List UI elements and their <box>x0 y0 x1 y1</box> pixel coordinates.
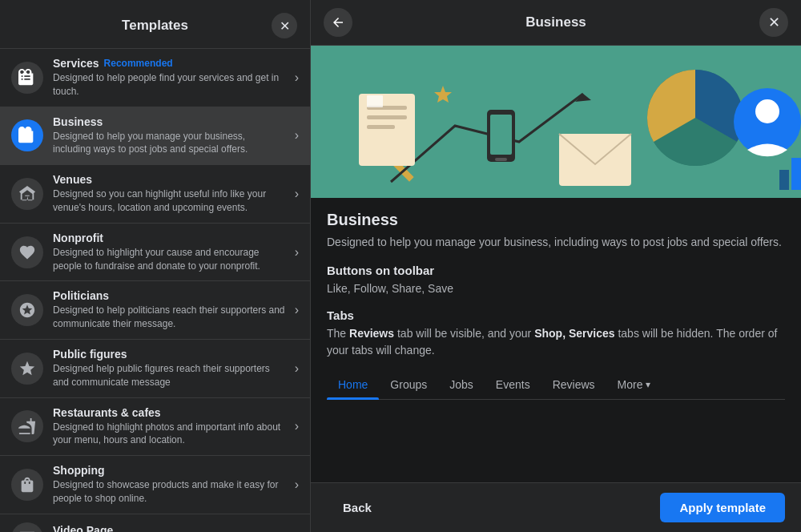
restaurants-desc: Designed to highlight photos and importa… <box>53 421 285 448</box>
business-name: Business <box>53 115 285 128</box>
back-button[interactable]: Back <box>327 494 388 521</box>
apply-template-button[interactable]: Apply template <box>660 493 785 522</box>
template-item-restaurants[interactable]: Restaurants & cafes Designed to highligh… <box>0 398 310 457</box>
restaurants-info: Restaurants & cafes Designed to highligh… <box>53 406 285 448</box>
template-item-venues[interactable]: Venues Designed so you can highlight use… <box>0 165 310 224</box>
venues-info: Venues Designed so you can highlight use… <box>53 173 285 215</box>
services-info: Services Recommended Designed to help pe… <box>53 57 285 99</box>
template-list: Services Recommended Designed to help pe… <box>0 49 310 532</box>
tab-jobs[interactable]: Jobs <box>438 370 485 399</box>
public-figures-name: Public figures <box>53 348 285 361</box>
restaurants-name: Restaurants & cafes <box>53 406 285 419</box>
politicians-info: Politicians Designed to help politicians… <box>53 289 285 331</box>
venues-desc: Designed so you can highlight useful inf… <box>53 187 285 215</box>
content-desc: Designed to help you manage your busines… <box>327 234 785 251</box>
svg-rect-14 <box>495 158 507 161</box>
chevron-right-icon: › <box>295 303 299 317</box>
svg-rect-11 <box>559 134 631 186</box>
svg-rect-15 <box>779 170 789 190</box>
svg-rect-10 <box>367 95 383 107</box>
right-footer: Back Apply template <box>311 482 801 532</box>
reviews-bold: Reviews <box>349 327 394 340</box>
nonprofit-info: Nonprofit Designed to highlight your cau… <box>53 232 285 273</box>
template-item-business[interactable]: Business Designed to help you manage you… <box>0 107 310 166</box>
svg-point-3 <box>755 99 779 123</box>
tab-home[interactable]: Home <box>327 370 379 399</box>
chevron-right-icon: › <box>295 187 299 201</box>
public-figures-info: Public figures Designed help public figu… <box>53 348 285 389</box>
shopping-name: Shopping <box>53 464 285 477</box>
nonprofit-desc: Designed to highlight your cause and enc… <box>53 246 285 273</box>
tabs-navigation: Home Groups Jobs Events Reviews More ▾ <box>327 370 785 400</box>
shopping-info: Shopping Designed to showcase products a… <box>53 464 285 506</box>
template-item-shopping[interactable]: Shopping Designed to showcase products a… <box>0 456 310 514</box>
back-navigation-button[interactable] <box>324 8 352 37</box>
public-figures-desc: Designed help public figures reach their… <box>53 362 285 389</box>
svg-rect-9 <box>367 125 395 129</box>
chevron-right-icon: › <box>295 419 299 433</box>
template-item-services[interactable]: Services Recommended Designed to help pe… <box>0 49 310 107</box>
chevron-right-icon: › <box>295 361 299 376</box>
chevron-right-icon: › <box>295 128 299 143</box>
business-desc: Designed to help you manage your busines… <box>53 130 285 157</box>
video-info: Video Page Designed to showcase video co… <box>53 524 285 532</box>
template-item-public-figures[interactable]: Public figures Designed help public figu… <box>0 340 310 398</box>
svg-rect-13 <box>490 115 512 155</box>
tab-reviews[interactable]: Reviews <box>541 370 606 399</box>
svg-rect-16 <box>791 158 801 190</box>
template-item-politicians[interactable]: Politicians Designed to help politicians… <box>0 281 310 340</box>
right-close-button[interactable]: ✕ <box>759 8 788 37</box>
video-icon <box>11 522 43 532</box>
chevron-right-icon: › <box>295 478 299 492</box>
shopping-desc: Designed to showcase products and make i… <box>53 478 285 506</box>
services-icon <box>11 62 43 94</box>
politicians-name: Politicians <box>53 289 285 302</box>
hero-illustration <box>311 46 801 198</box>
politicians-desc: Designed to help politicians reach their… <box>53 304 285 331</box>
shop-services-bold: Shop, Services <box>534 327 614 340</box>
svg-rect-8 <box>367 115 407 119</box>
left-panel-title: Templates <box>38 18 272 34</box>
content-title: Business <box>327 211 785 229</box>
left-header: Templates ✕ <box>0 0 310 49</box>
tabs-heading: Tabs <box>327 308 785 322</box>
video-name: Video Page <box>53 524 285 532</box>
restaurants-icon <box>11 410 43 442</box>
buttons-text: Like, Follow, Share, Save <box>327 280 785 297</box>
recommended-badge: Recommended <box>104 58 173 69</box>
business-info: Business Designed to help you manage you… <box>53 115 285 157</box>
buttons-heading: Buttons on toolbar <box>327 264 785 277</box>
tab-more[interactable]: More ▾ <box>606 370 662 399</box>
chevron-right-icon: › <box>295 71 299 85</box>
template-item-video[interactable]: Video Page Designed to showcase video co… <box>0 514 310 532</box>
template-item-nonprofit[interactable]: Nonprofit Designed to highlight your cau… <box>0 224 310 282</box>
politicians-icon <box>11 294 43 326</box>
business-icon <box>11 119 43 151</box>
tabs-description: The Reviews tab will be visible, and you… <box>327 325 785 359</box>
public-figures-icon <box>11 353 43 385</box>
tab-events[interactable]: Events <box>485 370 541 399</box>
content-area: Business Designed to help you manage you… <box>311 198 801 482</box>
chevron-right-icon: › <box>295 245 299 260</box>
right-header: Business ✕ <box>311 0 801 46</box>
nonprofit-icon <box>11 236 43 268</box>
tab-groups[interactable]: Groups <box>379 370 438 399</box>
right-panel-title: Business <box>352 14 759 30</box>
services-name: Services Recommended <box>53 57 285 70</box>
shopping-icon <box>11 469 43 501</box>
nonprofit-name: Nonprofit <box>53 232 285 244</box>
venues-name: Venues <box>53 173 285 186</box>
close-button[interactable]: ✕ <box>272 13 297 38</box>
left-panel: Templates ✕ Services Recommended Designe… <box>0 0 311 532</box>
chevron-down-icon: ▾ <box>646 379 650 390</box>
venues-icon <box>11 178 43 210</box>
right-panel: Business ✕ <box>311 0 801 532</box>
services-desc: Designed to help people find your servic… <box>53 71 285 99</box>
